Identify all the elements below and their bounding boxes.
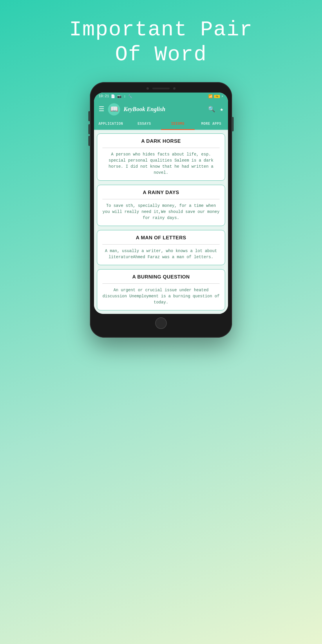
idiom-desc-burning-question: An urgent or crucial issue under heated … — [102, 287, 220, 305]
phone-bottom — [94, 314, 228, 332]
battery-icon: 71 — [214, 95, 220, 98]
tab-more-apps[interactable]: MORE APPS — [195, 118, 228, 129]
app-name: KeyBook English — [124, 106, 165, 113]
charging-icon: ⚡ — [221, 94, 223, 99]
header-left: ☰ 📖 KeyBook English — [99, 103, 165, 115]
star-icon[interactable]: ★ — [220, 106, 223, 113]
idiom-desc-dark-horse: A person who hides facts about life, esp… — [102, 151, 220, 176]
idiom-card-burning-question[interactable]: A BURNING QUESTION An urgent or crucial … — [97, 269, 225, 310]
tab-idioms[interactable]: IDIOMS — [161, 118, 195, 129]
notch-speaker — [152, 88, 170, 89]
search-icon[interactable]: 🔍 — [208, 106, 215, 113]
idiom-desc-rainy-days: To save sth, specially money, for a time… — [102, 203, 220, 221]
idiom-divider-4 — [102, 283, 220, 284]
wifi-icon: 📶 — [208, 94, 213, 99]
idiom-title-dark-horse: A DARK HORSE — [102, 138, 220, 144]
idiom-card-dark-horse[interactable]: A DARK HORSE A person who hides facts ab… — [97, 133, 225, 181]
phone-mockup: 10:21 📄 📷 ↕ 🔧 📶 71 ⚡ ☰ 📖 KeyBook English — [90, 82, 232, 338]
idiom-title-rainy-days: A RAINY DAYS — [102, 190, 220, 196]
notch-dot-left — [146, 87, 149, 90]
status-bar: 10:21 📄 📷 ↕ 🔧 📶 71 ⚡ — [94, 93, 228, 100]
home-button[interactable] — [155, 317, 167, 329]
app-logo: 📖 — [108, 103, 120, 115]
idiom-divider-2 — [102, 199, 220, 199]
tab-essays[interactable]: ESSAYS — [128, 118, 161, 129]
status-time: 10:21 — [99, 94, 109, 98]
idiom-desc-man-of-letters: A man, usually a writer, who knows a lot… — [102, 248, 220, 260]
idiom-divider — [102, 148, 220, 148]
idiom-card-man-of-letters[interactable]: A MAN OF LETTERS A man, usually a writer… — [97, 230, 225, 265]
app-header: ☰ 📖 KeyBook English 🔍 ★ — [94, 100, 228, 118]
idiom-divider-3 — [102, 244, 220, 245]
status-bar-left: 10:21 📄 📷 ↕ 🔧 — [99, 94, 132, 99]
notch-dot-right — [173, 87, 176, 90]
tab-application[interactable]: APPLICATION — [94, 118, 128, 129]
header-icons: 🔍 ★ — [208, 106, 223, 113]
status-icons: 📄 📷 ↕ 🔧 — [111, 94, 132, 99]
phone-notch — [94, 87, 228, 90]
idiom-card-rainy-days[interactable]: A RAINY DAYS To save sth, specially mone… — [97, 185, 225, 226]
page-title: Important Pair Of Word — [69, 17, 253, 68]
idiom-title-burning-question: A BURNING QUESTION — [102, 274, 220, 280]
idiom-title-man-of-letters: A MAN OF LETTERS — [102, 235, 220, 241]
content-area: A DARK HORSE A person who hides facts ab… — [94, 130, 228, 314]
navigation-tabs: APPLICATION ESSAYS IDIOMS MORE APPS — [94, 118, 228, 130]
phone-screen: 10:21 📄 📷 ↕ 🔧 📶 71 ⚡ ☰ 📖 KeyBook English — [94, 93, 228, 314]
hamburger-menu-icon[interactable]: ☰ — [99, 105, 104, 113]
status-bar-right: 📶 71 ⚡ — [208, 94, 223, 99]
